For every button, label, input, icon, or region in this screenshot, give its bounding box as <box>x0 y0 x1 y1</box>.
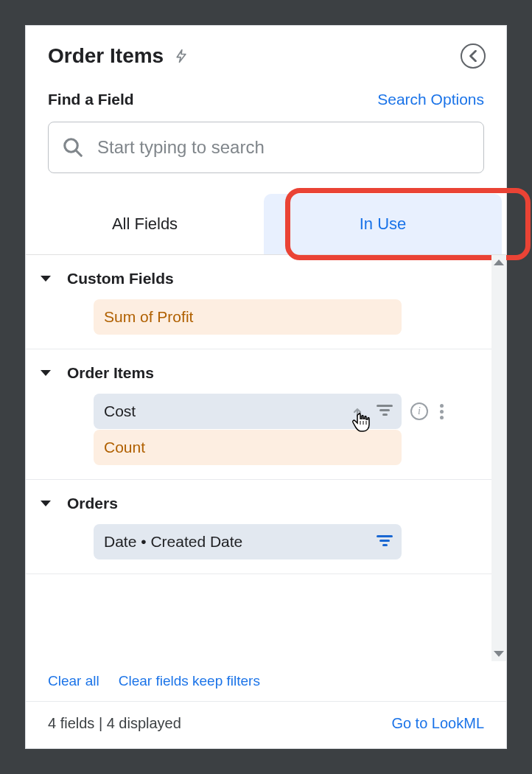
group-title: Custom Fields <box>67 270 174 287</box>
group-header-order-items[interactable]: Order Items <box>26 360 491 386</box>
panel-title: Order Items <box>48 44 164 68</box>
filter-icon[interactable] <box>377 405 393 418</box>
clear-fields-keep-filters-link[interactable]: Clear fields keep filters <box>119 673 260 689</box>
field-date-created-date[interactable]: Date • Created Date <box>94 524 402 559</box>
tab-all-fields[interactable]: All Fields <box>26 194 264 254</box>
chevron-down-icon <box>41 370 51 376</box>
field-label: Cost <box>104 402 136 420</box>
svg-line-1 <box>76 150 82 156</box>
group-title: Order Items <box>67 364 154 382</box>
info-icon[interactable]: i <box>410 402 428 420</box>
search-input[interactable] <box>97 137 470 158</box>
cursor-hand-icon <box>351 411 372 433</box>
group-orders: Orders Date • Created Date <box>26 480 491 574</box>
field-picker-panel: Order Items Find a Field Search Options … <box>25 25 507 749</box>
field-list-content: Custom Fields Sum of Profit Order Items … <box>26 255 506 661</box>
tab-in-use[interactable]: In Use <box>264 194 502 254</box>
scroll-up-icon[interactable] <box>494 259 504 265</box>
footer-status: 4 fields | 4 displayed <box>48 715 181 732</box>
clear-all-link[interactable]: Clear all <box>48 673 99 689</box>
footer: 4 fields | 4 displayed Go to LookML <box>26 702 506 748</box>
quick-start-icon <box>174 46 189 66</box>
find-field-label: Find a Field <box>48 91 134 108</box>
panel-header: Order Items <box>26 26 506 77</box>
search-options-link[interactable]: Search Options <box>377 91 484 108</box>
group-title: Orders <box>67 495 118 512</box>
group-custom-fields: Custom Fields Sum of Profit <box>26 255 491 349</box>
group-header-orders[interactable]: Orders <box>26 490 491 517</box>
field-label: Sum of Profit <box>104 308 193 326</box>
go-to-lookml-link[interactable]: Go to LookML <box>391 715 484 732</box>
field-label: Count <box>104 439 145 456</box>
actions-row: Clear all Clear fields keep filters <box>26 661 506 702</box>
field-sum-of-profit[interactable]: Sum of Profit <box>94 299 402 335</box>
scrollbar[interactable] <box>491 255 506 661</box>
chevron-down-icon <box>41 501 51 506</box>
filter-icon[interactable] <box>377 535 393 548</box>
tabs-row: All Fields In Use <box>26 194 506 255</box>
group-header-custom-fields[interactable]: Custom Fields <box>26 265 491 292</box>
search-box[interactable] <box>48 122 484 173</box>
search-label-row: Find a Field Search Options <box>26 77 506 110</box>
field-label: Date • Created Date <box>104 533 242 551</box>
chevron-down-icon <box>41 276 51 282</box>
search-icon <box>62 136 84 158</box>
field-count[interactable]: Count <box>94 430 402 465</box>
collapse-button[interactable] <box>461 43 486 69</box>
field-cost[interactable]: Cost i <box>94 394 402 429</box>
kebab-menu-icon[interactable] <box>440 404 444 419</box>
scroll-down-icon[interactable] <box>494 651 504 657</box>
group-order-items: Order Items Cost i <box>26 349 491 480</box>
